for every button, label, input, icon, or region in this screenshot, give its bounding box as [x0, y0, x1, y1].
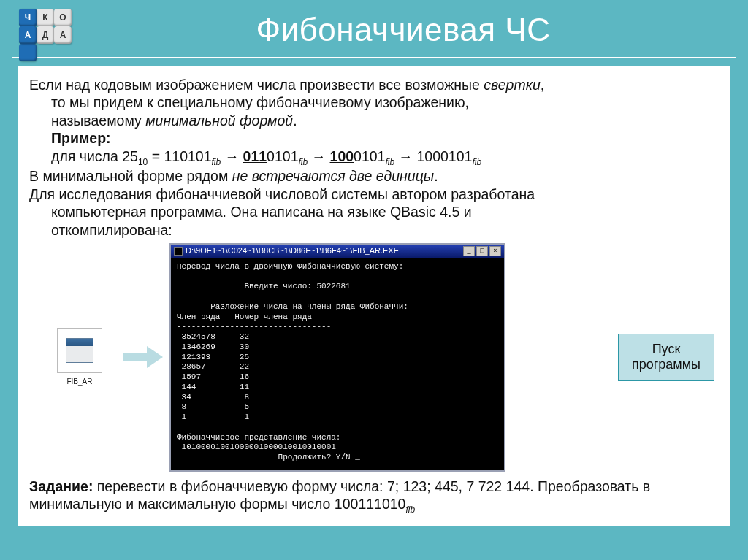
program-icon-block: FIB_AR: [44, 328, 115, 387]
minimize-button[interactable]: _: [463, 246, 475, 256]
arrow-icon: [123, 348, 162, 366]
text: Если над кодовым изображением числа прои…: [29, 77, 484, 93]
content-card: Если над кодовым изображением числа прои…: [18, 66, 730, 526]
text: то мы придем к специальному фибоначчиево…: [29, 93, 719, 111]
logo-key: А: [19, 26, 37, 44]
paragraph-block: Если над кодовым изображением числа прои…: [29, 76, 719, 239]
paragraph-2: В минимальной форме рядом не встречаются…: [29, 167, 719, 185]
text: называемому минимальной формой.: [29, 112, 719, 129]
run-label-1: Пуск: [632, 342, 701, 358]
task-label: Задание:: [29, 478, 93, 494]
program-icon[interactable]: [57, 328, 102, 373]
run-label-2: программы: [632, 357, 701, 373]
console-titlebar: D:\9OE1~1\C024~1\B8CB~1\D86F~1\B6F4~1\FI…: [171, 245, 504, 258]
icon-caption: FIB_AR: [66, 377, 92, 387]
text-italic: свертки: [484, 77, 541, 93]
example-line: для числа 2510 = 110101fib → 0110101fib …: [29, 147, 719, 168]
logo: Ч А К О Д А Ч А: [19, 6, 70, 54]
run-program-button[interactable]: Пуск программы: [618, 334, 714, 381]
slide-header: Ч А К О Д А Ч А Фибоначчиевая ЧС: [12, 0, 736, 58]
console-title: D:\9OE1~1\C024~1\B8CB~1\D86F~1\B6F4~1\FI…: [186, 246, 399, 256]
paragraph-3c: откомпилирована:: [29, 221, 719, 239]
logo-key: Ч: [19, 9, 37, 26]
application-icon: [66, 338, 94, 363]
logo-key: Д: [37, 26, 54, 44]
middle-row: FIB_AR D:\9OE1~1\C024~1\B8CB~1\D86F~1\B6…: [29, 243, 719, 472]
page-title: Фибоначчиевая ЧС: [70, 12, 736, 48]
logo-key: К: [37, 9, 54, 26]
example-label: Пример:: [51, 130, 111, 146]
logo-key: О: [54, 9, 72, 26]
task-text: перевести в фибоначчиевую форму числа: 7…: [29, 478, 650, 512]
logo-key: А: [54, 26, 72, 44]
paragraph-3b: компьютерная программа. Она написана на …: [29, 203, 719, 220]
console-output: Перевод числа в двоичную Фибоначчиевую с…: [171, 258, 504, 470]
close-button[interactable]: ×: [489, 246, 501, 256]
console-window: D:\9OE1~1\C024~1\B8CB~1\D86F~1\B6F4~1\FI…: [169, 243, 505, 472]
logo-key: [19, 44, 37, 61]
paragraph-3: Для исследования фибоначчиевой числовой …: [29, 185, 719, 203]
maximize-button[interactable]: □: [476, 246, 488, 256]
task-block: Задание: перевести в фибоначчиевую форму…: [29, 477, 719, 515]
cmd-icon: [174, 247, 183, 256]
